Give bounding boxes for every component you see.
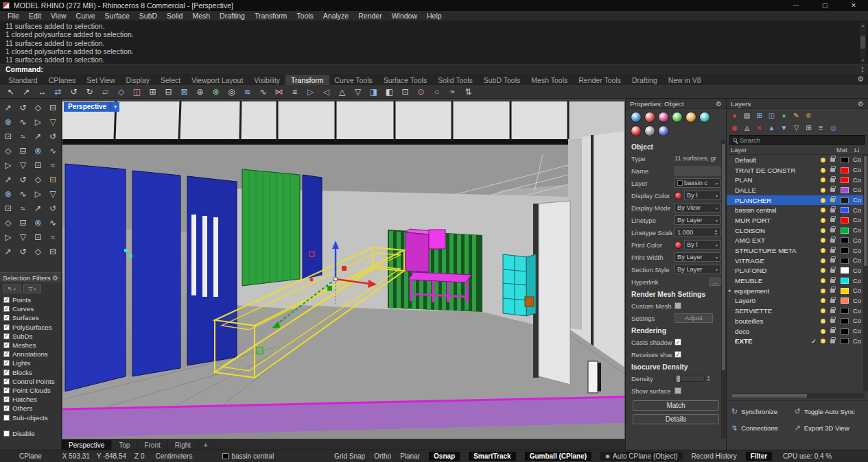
filter-disable[interactable]: Disable <box>0 429 61 438</box>
layer-row-plan[interactable]: PLANCo <box>727 175 868 185</box>
status-toggle-smarttrack[interactable]: SmartTrack <box>469 452 515 461</box>
layer-color-swatch[interactable] <box>841 167 849 173</box>
layer-color-swatch[interactable] <box>841 197 849 204</box>
layer-visibility-icon[interactable] <box>821 198 825 203</box>
new-viewport-tab-button[interactable]: + <box>198 440 213 450</box>
layer-color-swatch[interactable] <box>841 278 849 284</box>
layer-edit-icon[interactable]: ✎ <box>791 110 801 120</box>
checkbox-icon[interactable]: ✓ <box>3 369 10 376</box>
ribbon-tab-subd-tools[interactable]: SubD Tools <box>478 75 526 85</box>
layer-select[interactable]: bassin c ▾ <box>675 178 720 188</box>
layer-color-swatch[interactable] <box>841 318 849 324</box>
command-history-spinner[interactable]: ▲▼ <box>859 64 866 74</box>
checkbox-icon[interactable]: ✓ <box>3 315 10 321</box>
filter-annotations[interactable]: ✓Annotations <box>0 350 61 358</box>
checkbox-icon[interactable]: ✓ <box>3 360 10 366</box>
adjust-button[interactable]: Adjust <box>675 313 713 323</box>
status-toggle-planar[interactable]: Planar <box>400 452 420 460</box>
display-color-swatch[interactable] <box>675 192 682 199</box>
blue-wall-panels[interactable] <box>65 164 237 391</box>
layer-settings-icon[interactable]: ⚙ <box>804 110 814 120</box>
layer-visibility-icon[interactable] <box>821 228 825 233</box>
viewport-tab-front[interactable]: Front <box>137 440 167 450</box>
scroll-down-icon[interactable]: ▾ <box>862 58 864 62</box>
scale-1d-icon[interactable]: ◇ <box>114 86 128 98</box>
layer-lock-icon[interactable] <box>830 249 835 253</box>
layer-color-swatch[interactable] <box>841 308 849 314</box>
current-layer-chip[interactable]: bassin central <box>222 452 274 460</box>
viewport[interactable]: Perspective ▼ <box>62 99 625 439</box>
menu-item-solid[interactable]: Solid <box>162 12 187 20</box>
checkbox-icon[interactable]: ✓ <box>3 351 10 357</box>
filter-others[interactable]: ✓Others <box>0 404 61 413</box>
polygon-icon[interactable]: ≈ <box>16 129 31 143</box>
layer-visibility-icon[interactable] <box>821 298 825 303</box>
delete-icon[interactable]: ▽ <box>16 230 31 244</box>
layer-lock-icon[interactable] <box>830 168 835 172</box>
layer-row-equipement[interactable]: ▸equipementCo <box>727 286 868 296</box>
close-button[interactable]: ✕ <box>839 0 868 11</box>
copy-icon[interactable]: ↗ <box>19 86 34 98</box>
layer-color-swatch[interactable] <box>841 157 849 163</box>
hyperlink-browse-button[interactable]: ... <box>709 278 720 286</box>
undo-icon[interactable]: ▷ <box>1 230 16 244</box>
join-icon[interactable]: ⊡ <box>1 201 16 215</box>
chamfer-icon[interactable]: ∿ <box>16 186 31 201</box>
layer-lock-icon[interactable] <box>830 158 835 162</box>
layer-visibility-icon[interactable] <box>821 188 825 193</box>
menu-item-file[interactable]: File <box>3 12 24 20</box>
layer-lock-icon[interactable] <box>830 329 835 333</box>
array-along-curve-icon[interactable]: ⊗ <box>209 86 223 98</box>
checkbox-icon[interactable] <box>3 415 10 421</box>
name-input[interactable] <box>675 167 720 175</box>
copy-icon[interactable]: ↺ <box>45 201 60 215</box>
layer-row-bassin-central[interactable]: bassin centralCo <box>727 205 868 215</box>
layer-visibility-icon[interactable] <box>821 218 825 223</box>
layer-lock-icon[interactable] <box>830 279 835 283</box>
loft-icon[interactable]: ⊗ <box>31 143 46 158</box>
checkbox-icon[interactable]: ✓ <box>3 405 10 411</box>
revolve-icon[interactable]: ▷ <box>1 158 16 172</box>
command-prompt[interactable]: Command: <box>0 64 868 74</box>
scrollbar-thumb[interactable] <box>864 156 867 266</box>
layer-visibility-icon[interactable] <box>821 329 825 334</box>
synchronize-button[interactable]: ↻ Synchronize <box>731 407 794 416</box>
orient-icon[interactable]: ⊞ <box>145 86 160 98</box>
layer-lock-icon[interactable] <box>830 309 835 313</box>
layer-visibility-icon[interactable] <box>821 289 825 293</box>
flow-along-curve-icon[interactable]: ≋ <box>240 86 255 98</box>
white-door[interactable] <box>533 201 570 385</box>
layer-lock-icon[interactable] <box>830 239 835 243</box>
lock-icon[interactable]: ≈ <box>45 230 60 244</box>
layer-row-mur-port[interactable]: MUR PORTCo <box>727 215 868 226</box>
ellipse-icon[interactable]: ↗ <box>31 129 46 143</box>
filter-point-clouds[interactable]: ✓Point Clouds <box>0 386 61 395</box>
sweep-icon[interactable]: ▽ <box>16 158 31 172</box>
status-toggle-auto-cplane-object[interactable]: ◉Auto CPlane (Object) <box>600 452 682 461</box>
green-wall[interactable] <box>242 169 300 286</box>
linetype-scale-input[interactable]: 1.000 ▲▼ <box>675 228 720 237</box>
section-style-select[interactable]: By Layer ▾ <box>675 265 720 274</box>
viewport-tab-right[interactable]: Right <box>168 440 198 450</box>
explode-icon[interactable]: ≈ <box>16 201 31 215</box>
maelstrom-icon[interactable]: ⊙ <box>414 86 428 98</box>
scale-icon[interactable]: ⊟ <box>16 215 31 230</box>
filter-subds[interactable]: ✓SubDs <box>0 332 61 341</box>
select-mode-button[interactable]: ↖▾ <box>3 284 21 293</box>
array-on-surface-icon[interactable]: ◎ <box>224 86 239 98</box>
filter-surfaces[interactable]: ✓Surfaces <box>0 313 61 322</box>
filter-curves[interactable]: ✓Curves <box>0 304 61 313</box>
ribbon-gear-icon[interactable]: ⚙ <box>857 75 864 84</box>
layer-color-swatch[interactable] <box>841 217 849 223</box>
status-toggle-osnap[interactable]: Osnap <box>429 452 460 461</box>
interpolate-curve-icon[interactable]: ∿ <box>16 114 31 129</box>
current-layer-icon[interactable]: ◉ <box>729 123 740 132</box>
move-icon[interactable]: ↗ <box>31 201 46 215</box>
stretch-icon[interactable]: ◁ <box>319 86 333 98</box>
layer-color-swatch[interactable] <box>841 297 849 304</box>
layer-menu-icon[interactable]: ≡ <box>816 123 826 132</box>
layer-visibility-icon[interactable] <box>821 339 825 343</box>
layers-horizontal-scrollbar[interactable] <box>730 393 865 398</box>
layer-row-plancher[interactable]: PLANCHERCo <box>727 195 868 206</box>
set-points-icon[interactable]: ◨ <box>366 86 381 98</box>
